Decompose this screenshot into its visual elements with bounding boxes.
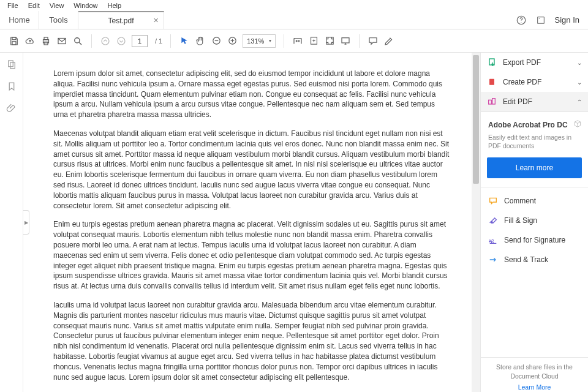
fit-page-icon[interactable] [308, 36, 319, 47]
chevron-down-icon: ⌄ [577, 79, 582, 86]
page-up-icon[interactable] [100, 36, 111, 47]
tab-document[interactable]: Test.pdf ✕ [78, 11, 164, 29]
svg-rect-19 [10, 62, 15, 69]
notifications-icon[interactable] [535, 15, 546, 26]
page-number-input[interactable] [132, 35, 148, 47]
cloud-icon[interactable] [24, 36, 36, 47]
bookmark-icon[interactable] [6, 81, 17, 92]
scrollbar[interactable] [472, 53, 480, 392]
zoom-level-select[interactable]: 131% ▾ [243, 34, 276, 48]
svg-rect-16 [326, 37, 333, 44]
paragraph: Enim eu turpis egestas pretium aenean ph… [53, 219, 450, 292]
svg-rect-21 [489, 79, 494, 85]
svg-point-10 [75, 37, 80, 42]
panel-send-label: Send & Track [504, 255, 548, 264]
svg-rect-23 [492, 99, 496, 104]
save-icon[interactable] [9, 36, 20, 47]
menu-file[interactable]: File [2, 1, 23, 10]
zoom-in-icon[interactable] [227, 36, 238, 47]
tab-tools[interactable]: Tools [39, 11, 78, 29]
scrollbar-thumb[interactable] [473, 55, 479, 184]
document-page: Lorem ipsum dolor sit amet, consectetur … [43, 53, 460, 392]
fill-sign-icon [488, 216, 498, 225]
svg-text:xb: xb [488, 238, 494, 243]
panel-create-pdf[interactable]: Create PDF ⌄ [481, 72, 588, 92]
paragraph: Iaculis urna id volutpat lacus laoreet n… [53, 300, 450, 382]
search-icon[interactable] [72, 36, 83, 47]
panel-sig-label: Send for Signature [504, 236, 565, 244]
fullscreen-icon[interactable] [324, 36, 335, 47]
panel-comment[interactable]: Comment [481, 191, 588, 211]
thumbnails-icon[interactable] [6, 59, 17, 70]
menu-bar: File Edit View Window Help [0, 0, 588, 11]
panel-edit-label: Edit PDF [503, 97, 532, 106]
panel-export-pdf[interactable]: Export PDF ⌄ [481, 53, 588, 72]
paragraph: Lorem ipsum dolor sit amet, consectetur … [53, 69, 450, 120]
document-viewer: ▶ Lorem ipsum dolor sit amet, consectetu… [23, 53, 480, 392]
close-icon[interactable]: ✕ [153, 17, 159, 24]
edit-pdf-icon [487, 97, 497, 107]
svg-point-12 [118, 37, 125, 45]
help-icon[interactable] [516, 15, 527, 26]
learn-more-button[interactable]: Learn more [487, 157, 582, 178]
panel-subheading: Easily edit text and images in PDF docum… [481, 132, 588, 150]
cloud-learn-more-link[interactable]: Learn More [488, 383, 581, 392]
export-pdf-icon [487, 58, 497, 67]
panel-create-label: Create PDF [503, 78, 541, 86]
svg-rect-8 [44, 42, 48, 45]
comment-tool-icon[interactable] [368, 36, 379, 47]
zoom-out-icon[interactable] [211, 36, 222, 47]
attachment-icon[interactable] [6, 103, 17, 114]
left-sidebar [0, 53, 23, 392]
chevron-up-icon: ⌃ [577, 99, 582, 105]
svg-point-3 [538, 18, 539, 18]
svg-point-1 [521, 22, 521, 23]
email-icon[interactable] [56, 36, 67, 47]
panel-fill-sign[interactable]: Fill & Sign [481, 211, 588, 230]
menu-help[interactable]: Help [102, 1, 126, 10]
svg-point-11 [102, 37, 109, 45]
menu-window[interactable]: Window [69, 1, 102, 10]
svg-rect-22 [489, 100, 492, 104]
tab-home[interactable]: Home [0, 11, 39, 29]
sign-in-link[interactable]: Sign In [555, 15, 579, 24]
paragraph: Maecenas volutpat blandit aliquam etiam … [53, 129, 450, 211]
zoom-level-value: 131% [247, 37, 264, 45]
svg-rect-17 [342, 37, 349, 42]
cloud-promo-text: Store and share files in the Document Cl… [488, 363, 581, 380]
right-panel: Export PDF ⌄ Create PDF ⌄ Edit PDF ⌃ Ado… [480, 53, 588, 392]
selection-tool-icon[interactable] [179, 36, 190, 47]
svg-rect-4 [12, 37, 16, 40]
panel-send-track[interactable]: Send & Track [481, 250, 588, 270]
create-pdf-icon [487, 77, 497, 87]
comment-icon [488, 196, 498, 206]
read-mode-icon[interactable] [340, 36, 351, 47]
tab-document-label: Test.pdf [108, 17, 134, 25]
send-track-icon [488, 255, 498, 265]
panel-edit-pdf[interactable]: Edit PDF ⌃ [481, 92, 588, 111]
svg-rect-5 [12, 41, 16, 44]
svg-rect-2 [537, 17, 544, 23]
panel-send-signature[interactable]: xb Send for Signature [481, 230, 588, 250]
print-icon[interactable] [40, 36, 51, 47]
highlight-tool-icon[interactable] [383, 36, 394, 47]
tabs-bar: Home Tools Test.pdf ✕ Sign In [0, 11, 588, 29]
svg-rect-18 [8, 61, 13, 67]
fit-width-icon[interactable] [292, 36, 303, 47]
cloud-promo: Store and share files in the Document Cl… [481, 357, 588, 392]
hand-tool-icon[interactable] [195, 36, 206, 47]
menu-edit[interactable]: Edit [23, 1, 45, 10]
panel-heading: Adobe Acrobat Pro DC [481, 111, 588, 132]
chevron-down-icon: ▾ [269, 38, 271, 43]
chevron-down-icon: ⌄ [577, 59, 582, 66]
sidebar-expand-handle[interactable]: ▶ [23, 210, 29, 235]
svg-rect-7 [44, 37, 48, 40]
cube-icon [573, 119, 582, 128]
toolbar: / 1 131% ▾ [0, 29, 588, 53]
panel-export-label: Export PDF [503, 58, 541, 67]
page-down-icon[interactable] [116, 36, 127, 47]
menu-view[interactable]: View [45, 1, 69, 10]
page-total-label: / 1 [153, 37, 162, 45]
panel-comment-label: Comment [504, 197, 536, 205]
panel-fill-label: Fill & Sign [504, 216, 537, 225]
